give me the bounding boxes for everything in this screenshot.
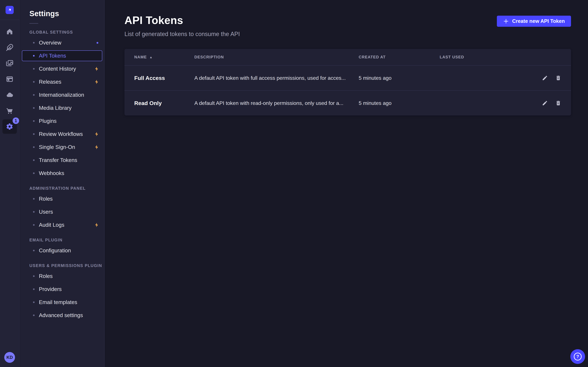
column-header-last-used: LAST USED [440, 55, 526, 59]
row-actions [526, 74, 562, 82]
bullet-icon [33, 315, 35, 316]
cloud-icon [6, 91, 13, 99]
nav-settings[interactable]: 1 [2, 119, 17, 134]
bullet-icon [33, 107, 35, 109]
page-heading-block: API Tokens List of generated tokens to c… [124, 14, 240, 38]
feather-icon [6, 44, 13, 51]
sidebar-item-admin-roles[interactable]: Roles [20, 192, 104, 205]
images-icon [6, 59, 13, 67]
strapi-logo-icon [7, 7, 12, 13]
pencil-icon [542, 100, 548, 106]
token-description: A default API token with read-only permi… [194, 100, 359, 106]
page-title: API Tokens [124, 14, 240, 26]
sidebar-item-api-tokens[interactable]: API Tokens [22, 50, 102, 61]
trash-icon [555, 75, 561, 81]
rail-nav: 1 [2, 25, 17, 135]
sidebar-item-media-library[interactable]: Media Library [20, 101, 104, 115]
delete-token-button[interactable] [554, 74, 562, 82]
lightning-icon [94, 144, 99, 150]
edit-token-button[interactable] [541, 74, 549, 82]
sidebar-item-overview[interactable]: Overview [20, 36, 104, 49]
table-row-full-access[interactable]: Full Access A default API token with ful… [124, 65, 571, 90]
row-actions [526, 99, 562, 107]
bullet-icon [33, 198, 35, 200]
sort-ascending-icon: ▲ [149, 56, 153, 59]
sidebar-title: Settings [29, 9, 104, 18]
trash-icon [555, 100, 561, 106]
sidebar-item-advanced-settings[interactable]: Advanced settings [20, 309, 104, 322]
token-description: A default API token with full access per… [194, 75, 359, 81]
lightning-icon [94, 79, 99, 84]
main-content: API Tokens List of generated tokens to c… [104, 0, 588, 367]
section-administration-panel: ADMINISTRATION PANEL [29, 186, 104, 191]
bullet-icon [33, 275, 35, 277]
bullet-icon [33, 211, 35, 213]
section-email-plugin: EMAIL PLUGIN [29, 238, 104, 242]
lightning-icon [94, 222, 99, 227]
sidebar-item-webhooks[interactable]: Webhooks [20, 167, 104, 180]
bullet-icon [33, 120, 35, 122]
user-avatar-button[interactable]: KD [4, 352, 15, 363]
nav-marketplace[interactable] [2, 104, 17, 118]
notification-dot-icon [96, 42, 98, 44]
bullet-icon [33, 146, 35, 148]
title-divider [29, 23, 38, 24]
bullet-icon [33, 250, 35, 251]
sidebar-item-internationalization[interactable]: Internationalization [20, 88, 104, 101]
api-tokens-table: NAME ▲ DESCRIPTION CREATED AT LAST USED … [124, 49, 571, 116]
workspace-logo-button[interactable] [6, 6, 14, 14]
bullet-icon [33, 133, 35, 135]
table-row-read-only[interactable]: Read Only A default API token with read-… [124, 90, 571, 116]
create-button-label: Create new API Token [512, 18, 565, 24]
sidebar-item-transfer-tokens[interactable]: Transfer Tokens [20, 154, 104, 167]
sidebar-item-email-templates[interactable]: Email templates [20, 296, 104, 309]
delete-token-button[interactable] [554, 99, 562, 107]
bullet-icon [33, 288, 35, 290]
sidebar-item-admin-users[interactable]: Users [20, 205, 104, 218]
rail-divider [0, 20, 19, 20]
create-api-token-button[interactable]: Create new API Token [497, 16, 571, 27]
column-header-name[interactable]: NAME ▲ [134, 55, 194, 59]
nav-content-type-builder[interactable] [2, 72, 17, 86]
settings-nav: GLOBAL SETTINGS Overview API Tokens Cont… [20, 30, 104, 322]
lightning-icon [94, 66, 99, 71]
settings-notification-badge: 1 [13, 117, 19, 124]
sidebar-item-audit-logs[interactable]: Audit Logs [20, 218, 104, 232]
cart-icon [6, 107, 13, 115]
sidebar-item-plugins[interactable]: Plugins [20, 115, 104, 128]
bullet-icon [33, 94, 35, 96]
strapi-admin-settings-page: { "colors": { "accent": "#4945ff", "acce… [0, 0, 588, 367]
nav-deploy[interactable] [2, 88, 17, 102]
sidebar-item-email-configuration[interactable]: Configuration [20, 244, 104, 257]
gear-icon [6, 123, 13, 130]
bullet-icon [33, 68, 35, 70]
sidebar-item-content-history[interactable]: Content History [20, 62, 104, 75]
page-subtitle: List of generated tokens to consume the … [124, 31, 240, 38]
token-created-at: 5 minutes ago [359, 100, 440, 106]
bullet-icon [33, 55, 35, 57]
sidebar-item-review-workflows[interactable]: Review Workflows [20, 128, 104, 141]
page-header: API Tokens List of generated tokens to c… [104, 0, 588, 38]
sidebar-item-single-sign-on[interactable]: Single Sign-On [20, 141, 104, 154]
bullet-icon [33, 224, 35, 226]
layout-icon [6, 75, 13, 83]
sidebar-item-releases[interactable]: Releases [20, 75, 104, 88]
help-button[interactable]: ? [570, 349, 585, 364]
sidebar-item-providers[interactable]: Providers [20, 283, 104, 296]
lightning-icon [94, 132, 99, 137]
plus-icon [503, 18, 509, 24]
bullet-icon [33, 301, 35, 303]
sidebar-item-up-roles[interactable]: Roles [20, 270, 104, 283]
nav-home[interactable] [2, 25, 17, 39]
bullet-icon [33, 42, 35, 43]
table-header-row: NAME ▲ DESCRIPTION CREATED AT LAST USED [124, 49, 571, 65]
section-global-settings: GLOBAL SETTINGS [29, 30, 104, 34]
bullet-icon [33, 159, 35, 161]
user-initials: KD [7, 355, 13, 360]
section-users-permissions-plugin: USERS & PERMISSIONS PLUGIN [29, 263, 104, 268]
main-nav-rail: 1 KD [0, 0, 20, 367]
nav-content-manager[interactable] [2, 40, 17, 55]
edit-token-button[interactable] [541, 99, 549, 107]
nav-media-library[interactable] [2, 56, 17, 70]
token-name: Full Access [134, 75, 194, 81]
